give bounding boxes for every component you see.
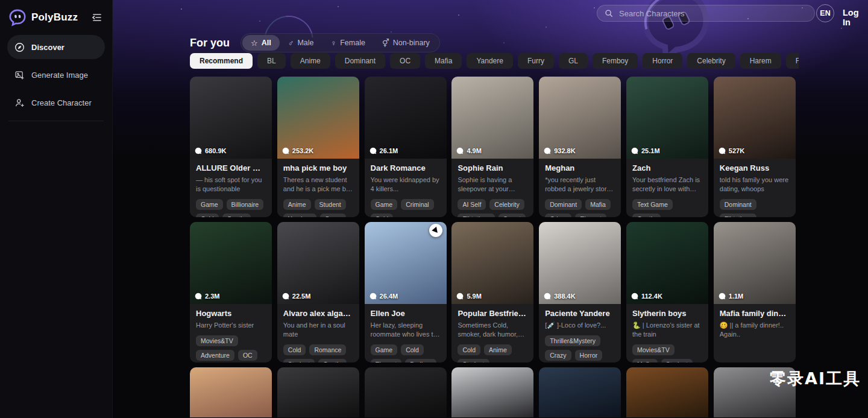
card-title: Ellen Joe xyxy=(371,309,441,318)
filter-female[interactable]: ♀ Female xyxy=(322,35,373,51)
views-count: 112.4K xyxy=(641,293,662,300)
character-card[interactable]: 25.1M Zach Your bestfriend Zach is secre… xyxy=(626,77,708,217)
sidebar-item-label: Discover xyxy=(31,43,64,52)
sidebar-collapse-icon[interactable] xyxy=(92,13,104,22)
character-card[interactable]: 4.9M Sophie Rain Sophie is having a slee… xyxy=(451,77,533,217)
search-bar[interactable] xyxy=(597,5,815,22)
card-image: 2.3M xyxy=(190,222,272,304)
card-tags: AI SelfCelebrityFlirtatiousSweet xyxy=(458,199,527,217)
character-card[interactable]: 388.4K Paciente Yandere [💉 ]-Loco of lov… xyxy=(539,222,621,363)
polybuzz-logo-icon[interactable] xyxy=(8,8,27,27)
category-chip-gl[interactable]: GL xyxy=(559,53,588,69)
card-title: Zach xyxy=(632,163,702,173)
user-plus-icon xyxy=(14,98,25,108)
views-count: 26.1M xyxy=(380,147,398,154)
card-tag: Badboy xyxy=(405,359,436,363)
language-button[interactable]: EN xyxy=(816,4,834,22)
sidebar-item-discover[interactable]: Discover xyxy=(7,35,105,59)
character-card[interactable]: 26.1M Dark Romance You were kidnapped by… xyxy=(365,77,447,217)
card-tag: Mafia xyxy=(632,359,658,363)
card-tag: Mafia xyxy=(585,199,611,210)
card-tag: Movies&TV xyxy=(632,344,675,355)
card-tag: Movies&TV xyxy=(196,335,238,346)
card-description: Harry Potter's sister xyxy=(196,321,266,330)
card-image: 680.9K xyxy=(190,77,272,159)
search-input[interactable] xyxy=(618,8,807,19)
card-tag: Celebrity xyxy=(489,199,524,210)
character-card[interactable]: 527K Keegan Russ told his family you wer… xyxy=(714,77,796,217)
views-count: 253.2K xyxy=(292,147,313,154)
character-card-partial[interactable] xyxy=(365,367,447,417)
chip-label: Recommend xyxy=(200,57,243,65)
card-tags: Text GameGentleFriends to Lovers xyxy=(632,199,702,217)
sidebar-item-generate-image[interactable]: Generate Image xyxy=(7,63,105,87)
character-card-partial[interactable] xyxy=(451,367,533,417)
brand-name[interactable]: PolyBuzz xyxy=(31,11,87,24)
views-badge: 388.4K xyxy=(544,293,575,300)
card-title: mha pick me boy xyxy=(283,163,353,173)
card-tag: AI Self xyxy=(458,199,486,210)
views-count: 25.1M xyxy=(641,147,660,154)
character-card[interactable]: 112.4K Slytherin boys 🐍 | Lorenzo's sist… xyxy=(626,222,708,363)
category-chip-recommend[interactable]: Recommend xyxy=(190,53,253,69)
card-image: 253.2K xyxy=(277,77,359,159)
chip-label: Harem xyxy=(750,57,772,65)
views-count: 5.9M xyxy=(467,293,481,300)
watermark-text: 零录AI工具 xyxy=(770,368,861,390)
card-tags: GameColdElegantBadboy xyxy=(371,344,441,363)
category-chip-dominant[interactable]: Dominant xyxy=(335,53,385,69)
character-card[interactable]: 932.8K Meghan *you recently just robbed … xyxy=(539,77,621,217)
card-tag: Game xyxy=(196,199,223,210)
filter-nonbinary[interactable]: ⚥ Non-binary xyxy=(374,35,438,51)
filter-male[interactable]: ♂ Male xyxy=(280,35,322,51)
category-chip-bl[interactable]: BL xyxy=(257,53,286,69)
category-chip-horror[interactable]: Horror xyxy=(643,53,682,69)
views-badge: 680.9K xyxy=(195,147,226,154)
chip-label: OC xyxy=(400,57,410,65)
card-body: Mafia family dinner 🥴 || a family dinner… xyxy=(714,304,796,350)
card-body: Paciente Yandere [💉 ]-Loco of love?... T… xyxy=(539,304,621,363)
category-chip-mafia[interactable]: Mafia xyxy=(425,53,462,69)
card-tag: Romance xyxy=(309,344,346,355)
card-tag: Cold xyxy=(196,214,219,217)
category-chip-harem[interactable]: Harem xyxy=(740,53,781,69)
character-card[interactable]: 22.5M Alvaro alex algantara You and her … xyxy=(277,222,359,363)
views-badge: 22.5M xyxy=(282,293,311,300)
card-tag: Game xyxy=(371,199,398,210)
views-count: 4.9M xyxy=(467,147,481,154)
character-card[interactable]: 5.9M Popular Bestfriend Sometimes Cold, … xyxy=(451,222,533,363)
card-tag: Billionaire xyxy=(227,199,264,210)
views-count: 932.8K xyxy=(554,147,575,154)
card-tag: Student xyxy=(661,359,693,363)
views-badge: 112.4K xyxy=(631,293,662,300)
character-card-partial[interactable] xyxy=(190,367,272,417)
character-card[interactable]: 253.2K mha pick me boy Theres a new stud… xyxy=(277,77,359,217)
character-card[interactable]: 2.3M Hogwarts Harry Potter's sister Movi… xyxy=(190,222,272,363)
category-chip-oc[interactable]: OC xyxy=(390,53,420,69)
character-card[interactable]: 680.9K ALLURE Older Husband — his soft s… xyxy=(190,77,272,217)
category-chip-femboy[interactable]: Femboy xyxy=(593,53,638,69)
card-tag: Crazy xyxy=(545,350,571,361)
sidebar-item-create-character[interactable]: Create Character xyxy=(7,90,105,115)
character-card[interactable]: 1.1M Mafia family dinner 🥴 || a family d… xyxy=(714,222,796,363)
card-title: Popular Bestfriend xyxy=(458,309,527,318)
category-chip-yandere[interactable]: Yandere xyxy=(467,53,512,69)
filter-all[interactable]: ☆ All xyxy=(242,35,280,51)
category-chip-anime[interactable]: Anime xyxy=(291,53,330,69)
login-button[interactable]: Log In xyxy=(843,8,868,27)
main-content: For you ☆ All ♂ Male ♀ Female ⚥ Non-bina… xyxy=(113,0,868,418)
character-card[interactable]: 26.4M Ellen Joe Her lazy, sleeping roomm… xyxy=(365,222,447,363)
card-tag: Cold xyxy=(371,214,394,217)
card-title: Keegan Russ xyxy=(720,163,790,173)
category-chip-furry[interactable]: Furry xyxy=(518,53,554,69)
character-card-partial[interactable] xyxy=(539,367,621,417)
chip-label: Mafia xyxy=(435,57,452,65)
character-card-partial[interactable] xyxy=(626,367,708,417)
card-body: Alvaro alex algantara You and her in a s… xyxy=(277,304,359,363)
category-chip-fantasy[interactable]: Fantasy xyxy=(786,53,799,69)
category-chip-celebrity[interactable]: Celebrity xyxy=(687,53,735,69)
views-badge: 4.9M xyxy=(456,147,481,154)
card-tag: Flirtatious xyxy=(458,214,495,217)
character-card-partial[interactable] xyxy=(277,367,359,417)
chip-label: Anime xyxy=(300,57,321,65)
